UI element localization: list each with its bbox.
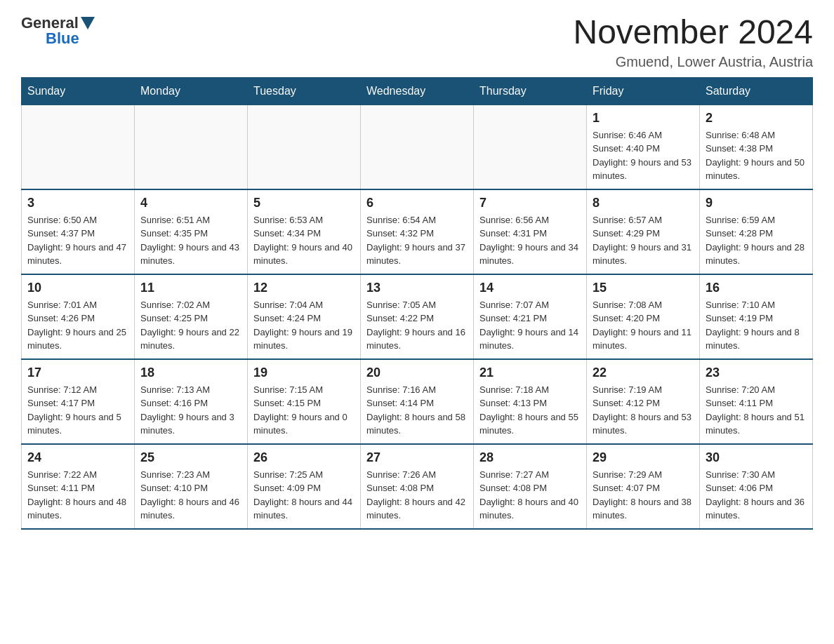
month-title: November 2024 [573,14,813,51]
calendar-header: SundayMondayTuesdayWednesdayThursdayFrid… [22,77,813,105]
day-info: Sunrise: 6:56 AM Sunset: 4:31 PM Dayligh… [479,213,581,268]
calendar-cell [248,105,361,189]
calendar-cell: 4Sunrise: 6:51 AM Sunset: 4:35 PM Daylig… [135,189,248,274]
calendar-cell: 6Sunrise: 6:54 AM Sunset: 4:32 PM Daylig… [361,189,474,274]
day-number: 15 [593,281,694,295]
day-number: 4 [140,196,241,210]
weekday-header-thursday: Thursday [474,77,587,105]
calendar-cell: 29Sunrise: 7:29 AM Sunset: 4:07 PM Dayli… [587,444,700,529]
day-info: Sunrise: 7:10 AM Sunset: 4:19 PM Dayligh… [706,298,807,353]
day-number: 27 [366,450,468,465]
day-info: Sunrise: 7:18 AM Sunset: 4:13 PM Dayligh… [479,383,581,438]
weekday-header-friday: Friday [587,77,700,105]
day-number: 1 [593,111,694,126]
day-number: 14 [479,281,581,295]
day-number: 25 [140,450,241,465]
calendar-cell: 2Sunrise: 6:48 AM Sunset: 4:38 PM Daylig… [700,105,813,189]
day-number: 17 [27,365,128,380]
calendar-cell: 23Sunrise: 7:20 AM Sunset: 4:11 PM Dayli… [700,359,813,444]
weekday-header-row: SundayMondayTuesdayWednesdayThursdayFrid… [22,77,813,105]
day-info: Sunrise: 7:30 AM Sunset: 4:06 PM Dayligh… [706,468,807,523]
day-number: 20 [366,365,468,380]
weekday-header-wednesday: Wednesday [361,77,474,105]
day-info: Sunrise: 7:05 AM Sunset: 4:22 PM Dayligh… [366,298,468,353]
calendar-cell: 27Sunrise: 7:26 AM Sunset: 4:08 PM Dayli… [361,444,474,529]
calendar-cell: 26Sunrise: 7:25 AM Sunset: 4:09 PM Dayli… [248,444,361,529]
calendar-cell: 25Sunrise: 7:23 AM Sunset: 4:10 PM Dayli… [135,444,248,529]
day-info: Sunrise: 6:59 AM Sunset: 4:28 PM Dayligh… [706,213,807,268]
logo-blue-text: Blue [46,29,79,48]
day-info: Sunrise: 7:20 AM Sunset: 4:11 PM Dayligh… [706,383,807,438]
calendar-cell: 14Sunrise: 7:07 AM Sunset: 4:21 PM Dayli… [474,274,587,359]
calendar-cell: 1Sunrise: 6:46 AM Sunset: 4:40 PM Daylig… [587,105,700,189]
day-number: 12 [253,281,355,295]
calendar-week-5: 24Sunrise: 7:22 AM Sunset: 4:11 PM Dayli… [22,444,813,529]
calendar-cell: 21Sunrise: 7:18 AM Sunset: 4:13 PM Dayli… [474,359,587,444]
day-info: Sunrise: 7:08 AM Sunset: 4:20 PM Dayligh… [593,298,694,353]
day-number: 5 [253,196,355,210]
day-number: 26 [253,450,355,465]
day-info: Sunrise: 6:48 AM Sunset: 4:38 PM Dayligh… [706,128,807,183]
calendar-cell: 11Sunrise: 7:02 AM Sunset: 4:25 PM Dayli… [135,274,248,359]
day-number: 28 [479,450,581,465]
day-number: 19 [253,365,355,380]
calendar-cell: 28Sunrise: 7:27 AM Sunset: 4:08 PM Dayli… [474,444,587,529]
calendar-cell: 16Sunrise: 7:10 AM Sunset: 4:19 PM Dayli… [700,274,813,359]
day-number: 16 [706,281,807,295]
day-info: Sunrise: 7:16 AM Sunset: 4:14 PM Dayligh… [366,383,468,438]
logo-blue-part [79,17,95,29]
day-number: 21 [479,365,581,380]
calendar-cell: 19Sunrise: 7:15 AM Sunset: 4:15 PM Dayli… [248,359,361,444]
day-number: 30 [706,450,807,465]
day-number: 3 [27,196,128,210]
weekday-header-saturday: Saturday [700,77,813,105]
calendar-cell: 5Sunrise: 6:53 AM Sunset: 4:34 PM Daylig… [248,189,361,274]
calendar-week-1: 1Sunrise: 6:46 AM Sunset: 4:40 PM Daylig… [22,105,813,189]
day-number: 11 [140,281,241,295]
day-number: 22 [593,365,694,380]
day-info: Sunrise: 7:01 AM Sunset: 4:26 PM Dayligh… [27,298,128,353]
calendar-cell: 7Sunrise: 6:56 AM Sunset: 4:31 PM Daylig… [474,189,587,274]
weekday-header-monday: Monday [135,77,248,105]
day-info: Sunrise: 7:07 AM Sunset: 4:21 PM Dayligh… [479,298,581,353]
day-info: Sunrise: 7:13 AM Sunset: 4:16 PM Dayligh… [140,383,241,438]
day-number: 29 [593,450,694,465]
day-info: Sunrise: 6:53 AM Sunset: 4:34 PM Dayligh… [253,213,355,268]
calendar-week-3: 10Sunrise: 7:01 AM Sunset: 4:26 PM Dayli… [22,274,813,359]
calendar-cell: 9Sunrise: 6:59 AM Sunset: 4:28 PM Daylig… [700,189,813,274]
calendar-cell: 3Sunrise: 6:50 AM Sunset: 4:37 PM Daylig… [22,189,135,274]
calendar-cell [361,105,474,189]
day-info: Sunrise: 7:25 AM Sunset: 4:09 PM Dayligh… [253,468,355,523]
day-info: Sunrise: 7:22 AM Sunset: 4:11 PM Dayligh… [27,468,128,523]
day-info: Sunrise: 7:12 AM Sunset: 4:17 PM Dayligh… [27,383,128,438]
day-info: Sunrise: 7:04 AM Sunset: 4:24 PM Dayligh… [253,298,355,353]
logo-triangle-icon [81,17,95,29]
calendar-cell: 30Sunrise: 7:30 AM Sunset: 4:06 PM Dayli… [700,444,813,529]
day-info: Sunrise: 7:26 AM Sunset: 4:08 PM Dayligh… [366,468,468,523]
day-number: 7 [479,196,581,210]
day-info: Sunrise: 7:29 AM Sunset: 4:07 PM Dayligh… [593,468,694,523]
day-number: 9 [706,196,807,210]
day-number: 8 [593,196,694,210]
calendar-cell [135,105,248,189]
calendar-cell: 22Sunrise: 7:19 AM Sunset: 4:12 PM Dayli… [587,359,700,444]
calendar-table: SundayMondayTuesdayWednesdayThursdayFrid… [21,77,813,530]
calendar-cell [474,105,587,189]
day-info: Sunrise: 7:27 AM Sunset: 4:08 PM Dayligh… [479,468,581,523]
calendar-cell: 15Sunrise: 7:08 AM Sunset: 4:20 PM Dayli… [587,274,700,359]
day-info: Sunrise: 6:50 AM Sunset: 4:37 PM Dayligh… [27,213,128,268]
calendar-cell: 13Sunrise: 7:05 AM Sunset: 4:22 PM Dayli… [361,274,474,359]
calendar-cell: 10Sunrise: 7:01 AM Sunset: 4:26 PM Dayli… [22,274,135,359]
calendar-week-2: 3Sunrise: 6:50 AM Sunset: 4:37 PM Daylig… [22,189,813,274]
weekday-header-tuesday: Tuesday [248,77,361,105]
day-info: Sunrise: 6:54 AM Sunset: 4:32 PM Dayligh… [366,213,468,268]
calendar-cell: 8Sunrise: 6:57 AM Sunset: 4:29 PM Daylig… [587,189,700,274]
calendar-cell: 17Sunrise: 7:12 AM Sunset: 4:17 PM Dayli… [22,359,135,444]
logo: General Blue [21,14,95,48]
day-number: 18 [140,365,241,380]
page-header: General Blue November 2024 Gmuend, Lower… [21,14,813,70]
day-info: Sunrise: 7:23 AM Sunset: 4:10 PM Dayligh… [140,468,241,523]
day-info: Sunrise: 7:15 AM Sunset: 4:15 PM Dayligh… [253,383,355,438]
location-title: Gmuend, Lower Austria, Austria [573,54,813,70]
calendar-cell [22,105,135,189]
